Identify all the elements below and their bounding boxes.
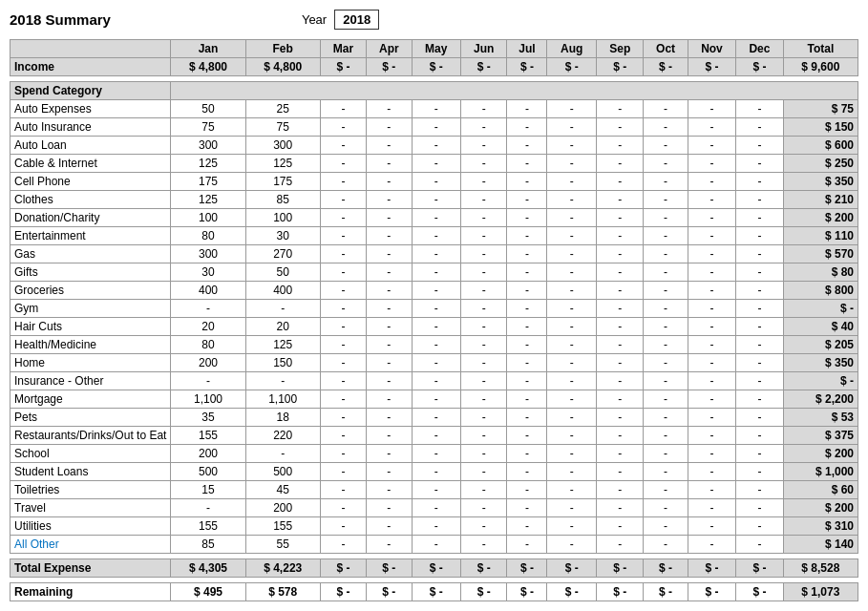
row-total: $ 250 (783, 155, 857, 173)
cell-value: - (688, 336, 736, 354)
cell-value: - (736, 409, 783, 427)
category-name: Gas (11, 245, 171, 263)
cell-value: - (245, 372, 320, 390)
cell-value: - (688, 463, 736, 481)
cell-value: - (367, 227, 412, 245)
table-row: Hair Cuts2020----------$ 40 (11, 318, 858, 336)
col-oct: Oct (644, 40, 688, 58)
cell-value: - (736, 481, 783, 499)
cell-value: - (320, 499, 366, 517)
cell-value: - (507, 499, 547, 517)
cell-value: 220 (245, 427, 320, 445)
category-name: Gifts (11, 263, 171, 282)
row-total: $ 200 (783, 499, 857, 517)
cell-value: - (412, 191, 461, 209)
cell-value: - (412, 354, 461, 372)
cell-value: - (644, 354, 688, 372)
cell-value: - (367, 354, 412, 372)
total-expense-val: $ - (367, 559, 412, 578)
table-row: Auto Expenses5025----------$ 75 (11, 100, 858, 118)
cell-value: 400 (245, 282, 320, 300)
total-expense-val: $ - (547, 559, 597, 578)
cell-value: - (547, 155, 597, 173)
cell-value: - (320, 409, 366, 427)
cell-value: - (547, 463, 597, 481)
cell-value: - (320, 173, 366, 191)
cell-value: - (688, 118, 736, 137)
remaining-val: $ - (412, 583, 461, 601)
category-name: Groceries (11, 282, 171, 300)
cell-value: - (412, 336, 461, 354)
cell-value: - (597, 536, 644, 554)
col-feb: Feb (245, 40, 320, 58)
cell-value: 150 (245, 354, 320, 372)
cell-value: - (461, 390, 507, 409)
cell-value: - (461, 263, 507, 282)
category-name: Auto Loan (11, 137, 171, 155)
cell-value: 500 (171, 463, 245, 481)
cell-value: 155 (171, 517, 245, 536)
cell-value: - (736, 209, 783, 227)
cell-value: - (245, 300, 320, 318)
remaining-val: $ - (736, 583, 783, 601)
category-name: Cable & Internet (11, 155, 171, 173)
cell-value: 175 (245, 173, 320, 191)
remaining-val: $ 495 (171, 583, 245, 601)
cell-value: - (320, 100, 366, 118)
cell-value: - (507, 445, 547, 463)
cell-value: - (736, 191, 783, 209)
cell-value: - (644, 118, 688, 137)
cell-value: - (736, 336, 783, 354)
total-expense-val: $ 4,223 (245, 559, 320, 578)
column-headers: Jan Feb Mar Apr May Jun Jul Aug Sep Oct … (11, 40, 858, 58)
income-apr: $ - (367, 58, 412, 76)
cell-value: - (320, 536, 366, 554)
cell-value: - (507, 100, 547, 118)
cell-value: - (597, 300, 644, 318)
cell-value: - (461, 282, 507, 300)
cell-value: - (507, 427, 547, 445)
cell-value: - (547, 499, 597, 517)
remaining-val: $ - (320, 583, 366, 601)
cell-value: 100 (245, 209, 320, 227)
category-name: Cell Phone (11, 173, 171, 191)
cell-value: - (245, 445, 320, 463)
row-total: $ 205 (783, 336, 857, 354)
year-value: 2018 (334, 10, 379, 30)
row-total: $ 2,200 (783, 390, 857, 409)
cell-value: - (644, 245, 688, 263)
col-jan: Jan (171, 40, 245, 58)
cell-value: - (461, 409, 507, 427)
cell-value: - (547, 318, 597, 336)
cell-value: - (736, 517, 783, 536)
cell-value: - (547, 209, 597, 227)
cell-value: - (412, 137, 461, 155)
cell-value: - (644, 445, 688, 463)
category-name: Insurance - Other (11, 372, 171, 390)
row-total: $ 310 (783, 517, 857, 536)
cell-value: - (597, 282, 644, 300)
cell-value: - (736, 137, 783, 155)
total-expense-val: $ - (507, 559, 547, 578)
cell-value: - (644, 499, 688, 517)
cell-value: - (507, 209, 547, 227)
cell-value: - (597, 245, 644, 263)
table-row: Gas300270----------$ 570 (11, 245, 858, 263)
cell-value: 500 (245, 463, 320, 481)
cell-value: - (320, 463, 366, 481)
cell-value: - (547, 100, 597, 118)
cell-value: - (547, 372, 597, 390)
cell-value: - (736, 463, 783, 481)
cell-value: - (597, 463, 644, 481)
cell-value: 30 (245, 227, 320, 245)
cell-value: - (688, 354, 736, 372)
remaining-val: $ - (688, 583, 736, 601)
cell-value: - (461, 536, 507, 554)
cell-value: - (736, 445, 783, 463)
cell-value: - (644, 409, 688, 427)
cell-value: - (412, 463, 461, 481)
cell-value: - (461, 245, 507, 263)
cell-value: - (461, 499, 507, 517)
category-name: Auto Expenses (11, 100, 171, 118)
cell-value: - (507, 390, 547, 409)
